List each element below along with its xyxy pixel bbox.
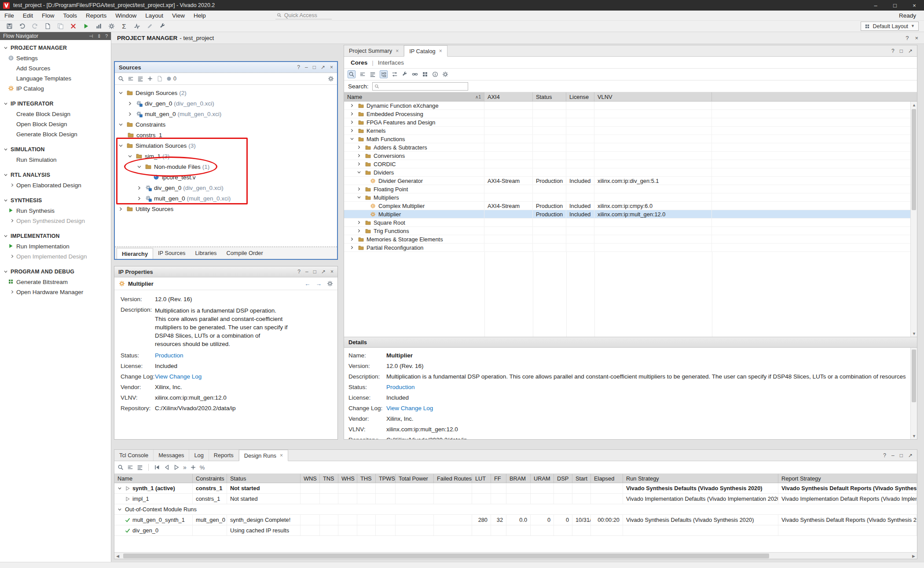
flownav-section-header[interactable]: PROJECT MANAGER [0,44,111,53]
chevron-right-icon[interactable] [356,145,362,149]
tree-row-sim-1[interactable]: sim_1 (3) [115,151,337,161]
flownav-item-language-templates[interactable]: Language Templates [0,73,111,84]
info-icon[interactable] [432,71,438,77]
catalog-row[interactable]: CORDIC [344,160,917,168]
column-tpws[interactable]: TPWS [376,474,396,483]
column-ths[interactable]: THS [357,474,376,483]
flownav-section-header[interactable]: SIMULATION [0,145,111,155]
chevron-down-icon[interactable] [136,164,143,169]
quick-access-search[interactable]: Quick Access [275,11,332,19]
tree-row-design-sources[interactable]: Design Sources (2) [115,87,337,98]
chevron-right-icon[interactable] [356,220,362,225]
tab-compile-order[interactable]: Compile Order [222,247,268,259]
scroll-up-icon[interactable]: ▲ [911,102,917,108]
catalog-vertical-scrollbar[interactable]: ▲ ▼ [910,102,917,337]
tree-row-div-gen-0[interactable]: div_gen_0 (div_gen_0.xci) [115,98,337,109]
back-icon[interactable]: ← [304,280,311,287]
play-icon[interactable] [173,464,180,470]
waveform-icon[interactable] [131,22,143,31]
column-dsp[interactable]: DSP [554,474,572,483]
catalog-row[interactable]: Conversions [344,152,917,160]
chevron-down-icon[interactable] [116,507,123,512]
close-icon[interactable]: × [280,452,283,459]
tab-ip-catalog[interactable]: IP Catalog × [404,45,447,57]
minimize-icon[interactable]: – [305,64,308,70]
ip-status-link[interactable]: Production [155,352,183,359]
scroll-right-icon[interactable]: ▶ [910,553,917,559]
close-icon[interactable]: × [396,48,399,54]
column-constraints[interactable]: Constraints [193,474,227,483]
layout-selector[interactable]: Default Layout ▼ [861,22,919,31]
help-icon[interactable]: ? [297,269,301,275]
flownav-item-open-elaborated-design[interactable]: Open Elaborated Design [0,180,111,190]
catalog-row-divider-generator[interactable]: Divider Generator AXI4-Stream Production… [344,177,917,185]
details-vertical-scrollbar[interactable]: ▼ [910,348,917,439]
settings-gear-icon[interactable] [442,71,448,77]
edit-icon[interactable] [144,22,155,31]
maximize-icon[interactable]: □ [885,0,905,11]
column-axi4[interactable]: AXI4 [484,92,533,101]
report-icon[interactable] [93,22,104,31]
column-tns[interactable]: TNS [320,474,338,483]
search-icon[interactable] [117,464,124,470]
float-icon[interactable]: □ [900,452,903,459]
maximize-icon[interactable]: ↗ [908,452,913,459]
collapse-all-icon[interactable] [128,76,134,82]
chevron-right-icon[interactable] [10,183,15,187]
cancel-icon[interactable] [67,22,79,31]
flownav-item-generate-block-design[interactable]: Generate Block Design [0,129,111,139]
help-icon[interactable]: ? [906,35,909,41]
catalog-row-multiplier[interactable]: Multiplier Production Included xilinx.co… [344,210,917,218]
help-icon[interactable]: ? [105,33,108,39]
column-elapsed[interactable]: Elapsed [591,474,623,483]
float-icon[interactable]: □ [313,64,316,70]
subtab-interfaces[interactable]: Interfaces [378,59,404,66]
catalog-row[interactable]: Kernels [344,127,917,135]
run-icon[interactable] [80,22,92,31]
chevron-down-icon[interactable] [356,170,362,175]
paste-icon[interactable] [55,22,66,31]
menu-view[interactable]: View [168,11,189,20]
link-icon[interactable] [412,71,418,77]
catalog-row[interactable]: Memories & Storage Elements [344,235,917,244]
column-run-strategy[interactable]: Run Strategy [623,474,778,483]
close-icon[interactable]: × [439,48,442,54]
tree-row-simulation-sources[interactable]: Simulation Sources (3) [115,140,337,151]
dock-icon[interactable]: ⊣ [89,33,93,39]
flownav-item-open-synthesized-design[interactable]: Open Synthesized Design [0,216,111,226]
search-icon[interactable] [118,76,124,82]
scroll-left-icon[interactable]: ◀ [114,553,121,559]
column-ff[interactable]: FF [491,474,506,483]
collapse-all-icon[interactable] [127,464,133,470]
column-status[interactable]: Status [533,92,566,101]
run-row-synth-1[interactable]: synth_1 (active) constrs_1 Not started V… [114,483,917,494]
flownav-item-open-implemented-design[interactable]: Open Implemented Design [0,251,111,262]
expand-all-icon[interactable] [137,464,143,470]
column-name[interactable]: Name∧1 [344,92,484,101]
tree-row-constrs-1[interactable]: constrs_1 [115,130,337,140]
subtab-cores[interactable]: Cores [351,59,367,66]
settings-gear-icon[interactable] [328,76,334,82]
menu-window[interactable]: Window [111,11,141,20]
flownav-section-header[interactable]: PROGRAM AND DEBUG [0,267,111,277]
tab-ip-sources[interactable]: IP Sources [153,247,190,259]
chevron-down-icon[interactable] [348,137,355,141]
menu-tools[interactable]: Tools [59,11,82,20]
close-icon[interactable]: × [905,0,924,11]
tree-row-constraints[interactable]: Constraints [115,119,337,130]
maximize-icon[interactable]: ↗ [908,48,913,54]
float-icon[interactable]: □ [313,269,316,275]
help-icon[interactable]: ? [891,48,895,54]
flownav-section-header[interactable]: RTL ANALYSIS [0,171,111,180]
catalog-row[interactable]: Dynamic Function eXchange [344,102,917,110]
view-change-log-link[interactable]: View Change Log [155,373,202,380]
chevron-down-icon[interactable] [356,195,362,200]
menu-flow[interactable]: Flow [37,11,59,20]
help-icon[interactable]: ? [297,64,300,70]
tab-project-summary[interactable]: Project Summary × [344,45,404,56]
chevron-right-icon[interactable] [356,153,362,158]
flownav-item-ip-catalog[interactable]: IP Catalog [0,84,111,94]
menu-reports[interactable]: Reports [81,11,111,20]
wrench-icon[interactable] [157,22,168,31]
horizontal-scrollbar[interactable]: ◀ ▶ [114,552,917,559]
